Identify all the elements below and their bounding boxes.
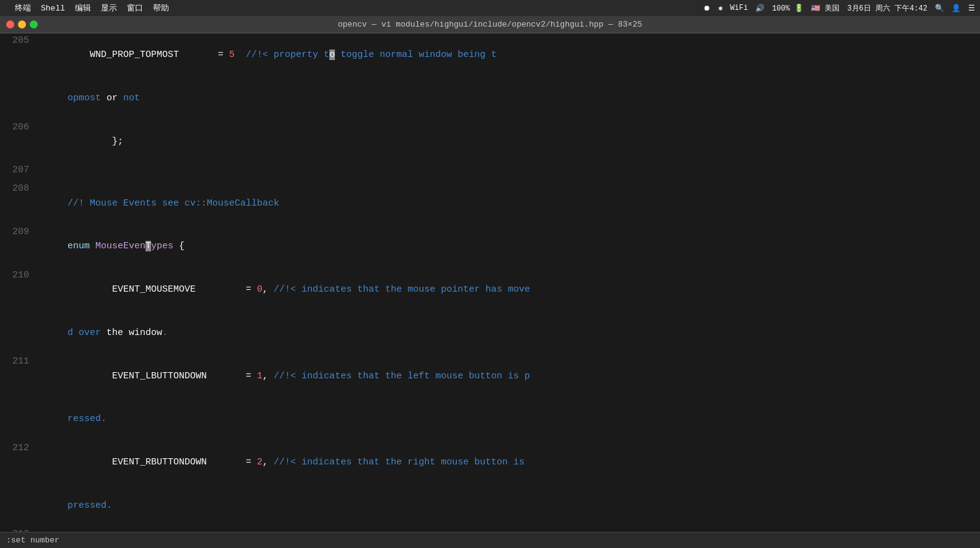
close-button[interactable] (6, 20, 14, 28)
menu-shell[interactable]: Shell (41, 4, 65, 13)
line-num-210: 210 (0, 268, 34, 282)
code-line-206: 206 }; (0, 120, 980, 163)
code-line-205: 205 WND_PROP_TOPMOST = 5 //!< property t… (0, 33, 980, 77)
wifi-icon: WiFi (730, 4, 748, 12)
menu-help[interactable]: 帮助 (153, 2, 169, 14)
code-line-212-cont: pressed. (0, 484, 980, 528)
code-line-210: 210 EVENT_MOUSEMOVE = 0, //!< indicates … (0, 268, 980, 311)
line-content-209: enum MouseEvenTypes { (34, 225, 980, 268)
code-line-208: 208 //! Mouse Events see cv::MouseCallba… (0, 181, 980, 225)
menu-edit[interactable]: 编辑 (75, 2, 91, 14)
menu-display[interactable]: 显示 (101, 2, 117, 14)
bluetooth-icon: ✱ (718, 4, 722, 13)
code-line-212: 212 EVENT_RBUTTONDOWN = 2, //!< indicate… (0, 441, 980, 484)
line-content-212: EVENT_RBUTTONDOWN = 2, //!< indicates th… (34, 441, 980, 484)
statusbar: :set number (0, 532, 980, 548)
code-line-207: 207 (0, 163, 980, 181)
line-content-210: EVENT_MOUSEMOVE = 0, //!< indicates that… (34, 268, 980, 311)
menu-terminal[interactable]: 终端 (15, 2, 31, 14)
line-num-209: 209 (0, 225, 34, 239)
line-content-206: }; (34, 120, 980, 163)
profile-icon: 👤 (952, 4, 961, 13)
language-flag: 🇺🇸 美国 (811, 3, 839, 14)
line-content-211-cont: ressed. (34, 398, 980, 441)
record-indicator: ⏺ (703, 4, 711, 13)
datetime: 3月6日 周六 下午4:42 (847, 3, 927, 14)
code-line-205-cont: opmost or not (0, 77, 980, 120)
vim-command: :set number (6, 536, 59, 545)
code-line-209: 209 enum MouseEvenTypes { (0, 225, 980, 268)
line-num-212: 212 (0, 441, 34, 455)
line-num-205: 205 (0, 33, 34, 48)
traffic-lights (6, 20, 38, 28)
battery-status: 100% 🔋 (772, 4, 804, 13)
line-num-208: 208 (0, 181, 34, 196)
line-content-205: WND_PROP_TOPMOST = 5 //!< property to to… (34, 33, 980, 77)
titlebar-text: opencv — vi modules/highgui/include/open… (338, 20, 642, 29)
titlebar: opencv — vi modules/highgui/include/open… (0, 16, 980, 33)
menubar-left: 终端 Shell 编辑 显示 窗口 帮助 (5, 2, 169, 14)
menu-window[interactable]: 窗口 (127, 2, 143, 14)
line-content-205-cont: opmost or not (34, 77, 980, 120)
code-editor[interactable]: 205 WND_PROP_TOPMOST = 5 //!< property t… (0, 33, 980, 532)
code-line-213: 213 EVENT_MBUTTONDOWN = 3, //!< indicate… (0, 527, 980, 532)
volume-icon: 🔊 (755, 4, 765, 13)
menu-list-icon[interactable]: ☰ (968, 4, 975, 13)
line-num-213: 213 (0, 527, 34, 532)
line-content-212-cont: pressed. (34, 484, 980, 528)
code-line-210-cont: d over the window. (0, 311, 980, 355)
menubar-right: ⏺ ✱ WiFi 🔊 100% 🔋 🇺🇸 美国 3月6日 周六 下午4:42 🔍… (703, 3, 975, 14)
line-content-213: EVENT_MBUTTONDOWN = 3, //!< indicates th… (34, 527, 980, 532)
maximize-button[interactable] (30, 20, 38, 28)
code-line-211-cont: ressed. (0, 398, 980, 441)
line-content-208: //! Mouse Events see cv::MouseCallback (34, 181, 980, 225)
menubar: 终端 Shell 编辑 显示 窗口 帮助 ⏺ ✱ WiFi 🔊 100% 🔋 🇺… (0, 0, 980, 16)
code-line-211: 211 EVENT_LBUTTONDOWN = 1, //!< indicate… (0, 354, 980, 398)
line-content-211: EVENT_LBUTTONDOWN = 1, //!< indicates th… (34, 354, 980, 398)
line-num-211: 211 (0, 354, 34, 368)
minimize-button[interactable] (18, 20, 26, 28)
line-num-206: 206 (0, 120, 34, 134)
line-content-210-cont: d over the window. (34, 311, 980, 355)
search-icon[interactable]: 🔍 (935, 4, 944, 13)
line-num-207: 207 (0, 163, 34, 177)
